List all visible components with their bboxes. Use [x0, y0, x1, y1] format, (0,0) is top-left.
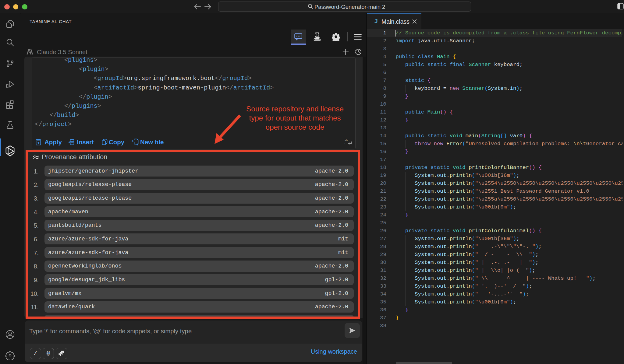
svg-text:ab: ab [345, 139, 348, 142]
svg-text:c: c [345, 142, 346, 145]
